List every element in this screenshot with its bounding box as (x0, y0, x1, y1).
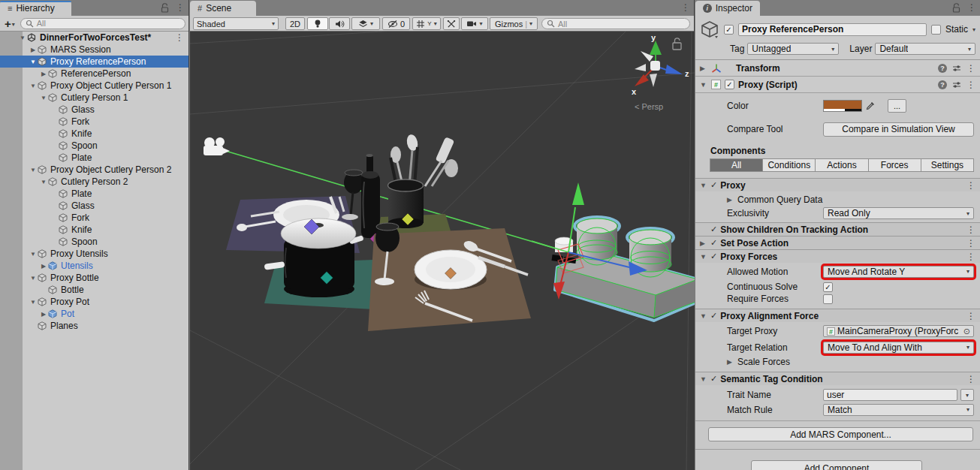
create-object-button[interactable]: + ▾ (3, 19, 17, 29)
transform-component-header[interactable]: ▶ Transform ? ⋮ (695, 60, 980, 77)
section-menu-icon[interactable]: ⋮ (966, 238, 975, 249)
orientation-gizmo[interactable]: y z x < Persp (632, 33, 689, 111)
section-menu-icon[interactable]: ⋮ (966, 252, 975, 262)
static-checkbox[interactable] (931, 25, 941, 35)
hierarchy-item[interactable]: ▼DinnerForTwoForcesTest*⋮ (0, 32, 188, 44)
continuous-solve-checkbox[interactable]: ✓ (823, 282, 833, 292)
hierarchy-item[interactable]: ▼Proxy Pot (0, 296, 188, 308)
target-proxy-object-field[interactable]: # MainCameraProxy (ProxyForc ⊙ (823, 325, 974, 337)
selected-proxy-object[interactable] (552, 217, 695, 321)
shading-mode-dropdown[interactable]: Shaded ▾ (193, 17, 279, 30)
scene-audio-button[interactable] (329, 17, 350, 30)
scene-camera-button[interactable]: ▾ (461, 17, 488, 30)
active-checkbox[interactable]: ✓ (724, 25, 734, 35)
hierarchy-item[interactable]: Plate (0, 188, 188, 200)
foldout-arrow[interactable]: ▶ (727, 358, 734, 366)
hierarchy-item[interactable]: Spoon (0, 140, 188, 152)
presets-icon[interactable] (952, 80, 961, 89)
foldout-arrow[interactable]: ▶ (39, 71, 48, 77)
scene-search-input[interactable]: All (541, 18, 690, 29)
color-more-button[interactable]: ... (888, 99, 906, 113)
tab-actions[interactable]: Actions (815, 158, 868, 172)
hierarchy-item[interactable]: Glass (0, 104, 188, 116)
hierarchy-item[interactable]: ▶MARS Session (0, 44, 188, 56)
scene-effects-button[interactable]: ▾ (351, 17, 380, 30)
gameobject-cube-icon[interactable] (700, 20, 719, 39)
tab-scene[interactable]: # Scene (190, 1, 256, 16)
foldout-arrow[interactable]: ▼ (39, 179, 48, 185)
hierarchy-item[interactable]: ▼Proxy Object Cutlery Person 1 (0, 80, 188, 92)
target-relation-dropdown[interactable]: Move To And Align With ▾ (823, 342, 974, 354)
section-alignment-force[interactable]: ▼ ✓ Proxy Alignment Force ⋮ (695, 309, 980, 322)
lock-icon[interactable] (952, 3, 960, 13)
hierarchy-item[interactable]: Knife (0, 128, 188, 140)
hierarchy-item[interactable]: Planes (0, 320, 188, 332)
foldout-arrow[interactable]: ▶ (700, 65, 707, 72)
utensils-object[interactable] (378, 134, 458, 236)
help-icon[interactable]: ? (938, 80, 947, 89)
section-menu-icon[interactable]: ⋮ (966, 224, 975, 235)
chevron-down-icon[interactable]: ▾ (972, 26, 975, 33)
hierarchy-item[interactable]: Spoon (0, 236, 188, 248)
section-proxy[interactable]: ▼ ✓ Proxy ⋮ (695, 178, 980, 191)
hierarchy-item[interactable]: Fork (0, 116, 188, 128)
persp-label[interactable]: < Persp (635, 102, 663, 111)
component-menu-icon[interactable]: ⋮ (966, 63, 975, 74)
hierarchy-item[interactable]: ▶ReferencePerson (0, 68, 188, 80)
section-menu-icon[interactable]: ⋮ (966, 311, 975, 321)
hierarchy-item[interactable]: Knife (0, 224, 188, 236)
foldout-arrow[interactable]: ▼ (700, 81, 707, 89)
section-set-pose[interactable]: ▶ ✓ Set Pose Action ⋮ (695, 236, 980, 249)
object-picker-icon[interactable]: ⊙ (963, 327, 970, 336)
gizmo-y-axis[interactable] (650, 41, 662, 55)
section-menu-icon[interactable]: ⋮ (966, 180, 975, 191)
foldout-arrow[interactable]: ▼ (29, 251, 38, 258)
component-enabled-checkbox[interactable]: ✓ (725, 80, 734, 89)
hierarchy-item[interactable]: ▼Cutlery Person 2 (0, 176, 188, 188)
tab-forces[interactable]: Forces (868, 158, 921, 172)
section-semantic-tag[interactable]: ▼ ✓ Semantic Tag Condition ⋮ (695, 372, 980, 385)
foldout-arrow[interactable]: ▶ (29, 47, 38, 53)
require-forces-checkbox[interactable] (823, 294, 833, 304)
hierarchy-search-input[interactable]: All (20, 18, 185, 29)
foldout-arrow[interactable]: ▼ (700, 375, 707, 383)
panel-menu-icon[interactable]: ⋮ (967, 2, 976, 13)
lock-icon[interactable] (161, 3, 169, 13)
hierarchy-item[interactable]: Plate (0, 152, 188, 164)
tab-settings[interactable]: Settings (921, 158, 974, 172)
allowed-motion-dropdown[interactable]: Move And Rotate Y ▾ (823, 266, 974, 278)
foldout-arrow[interactable]: ▶ (39, 263, 48, 270)
foldout-arrow[interactable]: ▶ (727, 196, 734, 203)
hierarchy-item[interactable]: Fork (0, 212, 188, 224)
add-component-button[interactable]: Add Component (751, 460, 922, 470)
hierarchy-item[interactable]: Bottle (0, 284, 188, 296)
hierarchy-item[interactable]: Glass (0, 200, 188, 212)
match-rule-dropdown[interactable]: Match ▾ (823, 404, 974, 416)
hierarchy-item[interactable]: ▶Pot (0, 308, 188, 320)
compare-simulation-button[interactable]: Compare in Simulation View (823, 122, 974, 137)
section-proxy-forces[interactable]: ▼ ✓ Proxy Forces ⋮ (695, 249, 980, 263)
tab-conditions[interactable]: Conditions (762, 158, 816, 172)
foldout-arrow[interactable]: ▼ (700, 182, 707, 189)
foldout-arrow[interactable]: ▼ (700, 312, 707, 320)
scene-lighting-button[interactable] (307, 17, 328, 30)
hierarchy-item[interactable]: ▼Proxy Utensils (0, 248, 188, 260)
foldout-arrow[interactable]: ▶ (700, 240, 707, 247)
gizmo-x-axis[interactable] (635, 74, 649, 86)
hierarchy-item[interactable]: ▼Proxy ReferencePerson (0, 56, 188, 68)
hierarchy-item[interactable]: ▶Utensils (0, 260, 188, 272)
hierarchy-item[interactable]: ▼Proxy Bottle (0, 272, 188, 284)
scene-tools-button[interactable] (443, 17, 460, 30)
gizmo-z-axis[interactable] (665, 65, 683, 74)
section-show-children[interactable]: ✓ Show Children On Tracking Action ⋮ (695, 222, 980, 236)
exclusivity-dropdown[interactable]: Read Only ▾ (823, 207, 974, 219)
foldout-arrow[interactable]: ▼ (39, 95, 48, 101)
tab-all[interactable]: All (710, 158, 763, 172)
trait-name-field[interactable]: user (823, 389, 957, 401)
color-swatch[interactable] (823, 100, 862, 112)
foldout-arrow[interactable]: ▼ (29, 59, 38, 65)
component-menu-icon[interactable]: ⋮ (966, 80, 975, 90)
proxy-script-component-header[interactable]: ▼ # ✓ Proxy (Script) ? ⋮ (695, 77, 980, 93)
panel-menu-icon[interactable]: ⋮ (176, 2, 185, 13)
add-mars-component-button[interactable]: Add MARS Component... (708, 427, 973, 441)
